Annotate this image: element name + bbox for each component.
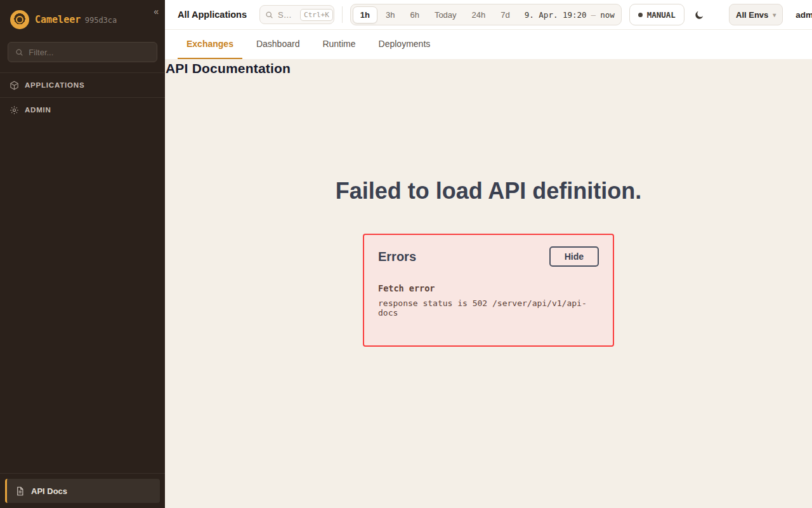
search-input[interactable] bbox=[278, 10, 296, 20]
tab-exchanges[interactable]: Exchanges bbox=[178, 30, 242, 59]
search-shortcut-kbd: Ctrl+K bbox=[300, 9, 333, 21]
sidebar-header: Cameleer 995d3ca « bbox=[0, 0, 165, 38]
time-range-7d[interactable]: 7d bbox=[494, 7, 516, 23]
sidebar-item-label: APPLICATIONS bbox=[25, 81, 84, 89]
search-icon bbox=[265, 11, 273, 19]
errors-title: Errors bbox=[378, 250, 416, 264]
chevron-down-icon: ▾ bbox=[773, 11, 776, 18]
error-name: Fetch error bbox=[378, 283, 599, 293]
app-version-tag: 995d3ca bbox=[85, 16, 117, 25]
sidebar-collapse-icon[interactable]: « bbox=[154, 6, 159, 17]
status-dot-icon bbox=[638, 13, 643, 17]
errors-panel: Errors Hide Fetch error response status … bbox=[363, 234, 614, 347]
tab-runtime[interactable]: Runtime bbox=[313, 30, 364, 59]
manual-refresh-button[interactable]: MANUAL bbox=[629, 4, 684, 25]
time-from: 9. Apr. 19:20 bbox=[525, 10, 587, 20]
content-area: API Documentation Failed to load API def… bbox=[165, 59, 812, 508]
package-icon bbox=[9, 80, 19, 90]
tab-dashboard[interactable]: Dashboard bbox=[247, 30, 309, 59]
app-logo-icon bbox=[10, 10, 29, 29]
time-range-1h[interactable]: 1h bbox=[353, 6, 377, 23]
time-range-24h[interactable]: 24h bbox=[465, 7, 493, 23]
sidebar: Cameleer 995d3ca « AP bbox=[0, 0, 165, 508]
document-icon bbox=[15, 486, 25, 496]
moon-icon bbox=[694, 10, 705, 20]
header-title: All Applications bbox=[178, 10, 247, 20]
time-to: now bbox=[600, 10, 615, 20]
hide-errors-button[interactable]: Hide bbox=[549, 246, 599, 267]
time-display[interactable]: 9. Apr. 19:20 — now bbox=[525, 10, 615, 20]
page-title: API Documentation bbox=[165, 59, 812, 76]
time-range-group: 1h 3h 6h Today 24h 7d 9. Apr. 19:20 — no… bbox=[350, 4, 622, 25]
sidebar-filter bbox=[8, 42, 157, 62]
time-range-6h[interactable]: 6h bbox=[403, 7, 426, 23]
top-header: All Applications Ctrl+K 1h 3h 6h Today 2… bbox=[165, 0, 812, 30]
env-select[interactable]: All Envs ▾ bbox=[729, 4, 783, 25]
app-root: Cameleer 995d3ca « AP bbox=[0, 0, 812, 508]
time-range-3h[interactable]: 3h bbox=[379, 7, 402, 23]
filter-input[interactable] bbox=[29, 48, 150, 57]
sidebar-item-admin[interactable]: ADMIN bbox=[0, 97, 165, 122]
tabs-bar: Exchanges Dashboard Runtime Deployments bbox=[165, 30, 812, 59]
search-icon bbox=[15, 47, 23, 57]
time-range-today[interactable]: Today bbox=[428, 7, 464, 23]
sidebar-item-applications[interactable]: APPLICATIONS bbox=[0, 72, 165, 97]
time-separator: — bbox=[591, 10, 596, 20]
main-column: All Applications Ctrl+K 1h 3h 6h Today 2… bbox=[165, 0, 812, 508]
header-divider bbox=[342, 6, 343, 23]
tab-deployments[interactable]: Deployments bbox=[370, 30, 440, 59]
dark-mode-toggle[interactable] bbox=[692, 4, 707, 25]
app-logo-text: Cameleer bbox=[35, 14, 81, 25]
sidebar-item-api-docs[interactable]: API Docs bbox=[5, 479, 160, 503]
user-name[interactable]: adm bbox=[796, 10, 812, 20]
global-search[interactable]: Ctrl+K bbox=[259, 5, 334, 24]
sidebar-item-label: API Docs bbox=[31, 486, 67, 496]
gear-icon bbox=[9, 105, 19, 115]
sidebar-item-label: ADMIN bbox=[25, 106, 51, 114]
fail-heading: Failed to load API definition. bbox=[165, 178, 812, 204]
error-message: response status is 502 /server/api/v1/ap… bbox=[378, 298, 599, 318]
